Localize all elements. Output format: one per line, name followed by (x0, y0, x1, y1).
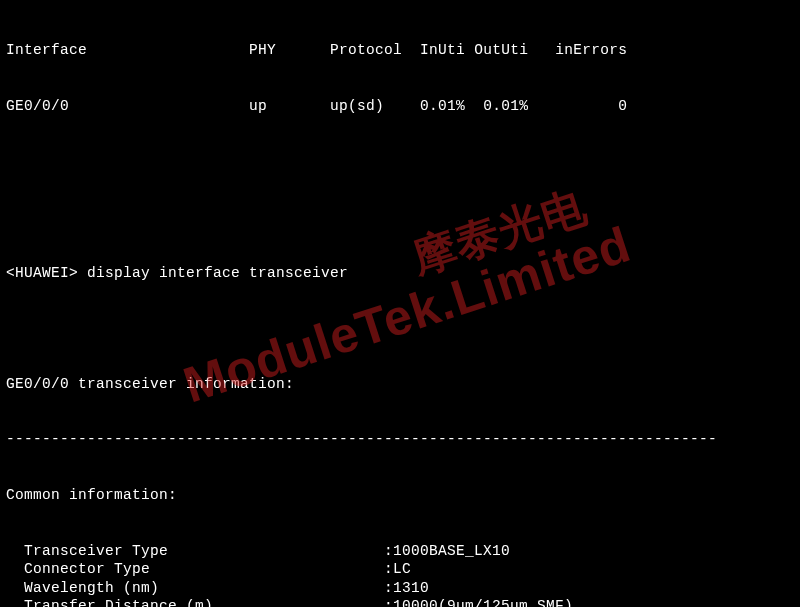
info-row: Transfer Distance (m) :10000(9um/125um S… (6, 597, 794, 607)
info-value: :10000(9um/125um SMF) (384, 598, 573, 607)
val-interface: GE0/0/0 (6, 98, 69, 114)
col-phy: PHY (249, 42, 276, 58)
info-label: Transceiver Type (6, 543, 384, 559)
val-inuti: 0.01% (420, 98, 465, 114)
table-row: GE0/0/0 up up(sd) 0.01% 0.01% 0 (6, 97, 794, 116)
col-inuti: InUti (420, 42, 465, 58)
info-row: Wavelength (nm) :1310 (6, 579, 794, 598)
info-value: :1310 (384, 580, 429, 596)
col-interface: Interface (6, 42, 87, 58)
info-value: :1000BASE_LX10 (384, 543, 510, 559)
info-value: :LC (384, 561, 411, 577)
val-inerrors: 0 (618, 98, 627, 114)
table-header-row: Interface PHY Protocol InUti OutUti inEr… (6, 41, 794, 60)
col-protocol: Protocol (330, 42, 402, 58)
val-protocol: up(sd) (330, 98, 384, 114)
divider: ----------------------------------------… (6, 430, 794, 449)
terminal-output: Interface PHY Protocol InUti OutUti inEr… (6, 4, 794, 607)
info-label: Connector Type (6, 561, 384, 577)
info-row: Transceiver Type :1000BASE_LX10 (6, 542, 794, 561)
info-row: Connector Type :LC (6, 560, 794, 579)
val-phy: up (249, 98, 267, 114)
command-prompt: <HUAWEI> display interface transceiver (6, 264, 794, 283)
val-oututi: 0.01% (483, 98, 528, 114)
col-oututi: OutUti (474, 42, 528, 58)
section-label: GE0/0/0 transceiver information: (6, 375, 794, 394)
info-label: Transfer Distance (m) (6, 598, 384, 607)
common-title: Common information: (6, 486, 794, 505)
info-label: Wavelength (nm) (6, 580, 384, 596)
col-inerrors: inErrors (555, 42, 627, 58)
